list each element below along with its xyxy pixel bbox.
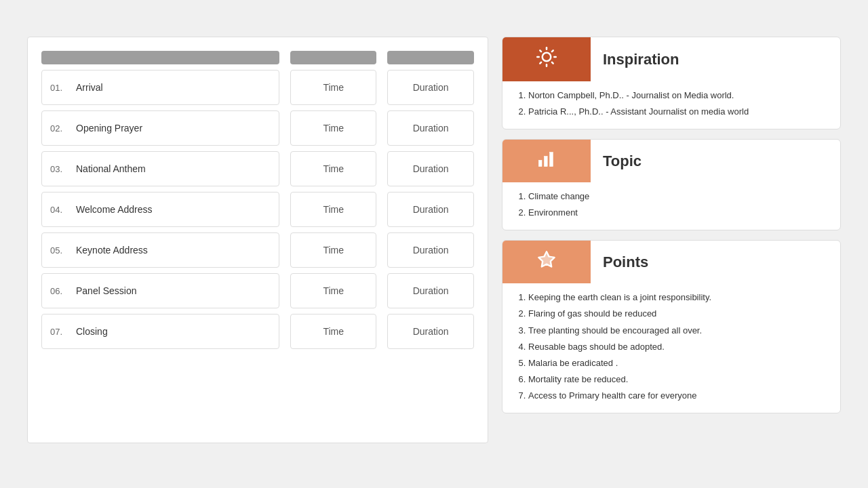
list-item: Reusable bags should be adopted. (528, 340, 828, 354)
agenda-cell: 06. Panel Session (41, 273, 279, 308)
row-item: Welcome Address (76, 204, 153, 215)
row-num: 03. (50, 164, 69, 174)
row-item: National Anthem (76, 163, 146, 174)
page: 01. Arrival Time Duration 02. Opening Pr… (0, 0, 868, 488)
time-cell: Time (290, 232, 376, 268)
table-row: 02. Opening Prayer Time Duration (41, 110, 474, 146)
list-item: Patricia R..., Ph.D.. - Assistant Journa… (528, 104, 828, 119)
svg-line-7 (540, 62, 541, 64)
row-num: 04. (50, 205, 69, 215)
agenda-cell: 02. Opening Prayer (41, 110, 279, 146)
right-panel: Inspiration Norton Campbell, Ph.D.. - Jo… (502, 37, 841, 443)
row-item: Arrival (76, 82, 103, 93)
row-num: 05. (50, 245, 69, 256)
agenda-cell: 03. National Anthem (41, 151, 279, 186)
duration-cell: Duration (387, 232, 474, 268)
card-header: Points (502, 241, 840, 283)
row-num: 06. (50, 286, 69, 296)
row-num: 07. (50, 327, 69, 337)
row-item: Closing (76, 326, 108, 337)
inspiration-icon (536, 47, 557, 72)
agenda-cell: 05. Keynote Address (41, 232, 279, 268)
table-row: 06. Panel Session Time Duration (41, 273, 474, 308)
card-title: Inspiration (591, 51, 691, 68)
time-cell: Time (290, 70, 376, 105)
list-item: Environment (528, 205, 828, 220)
duration-cell: Duration (387, 70, 474, 105)
card-points: Points Keeping the earth clean is a join… (502, 240, 841, 413)
agenda-cell: 04. Welcome Address (41, 192, 279, 227)
card-header: Topic (502, 140, 840, 182)
topic-icon (537, 149, 556, 173)
list-item: Mortality rate be reduced. (528, 372, 828, 387)
left-panel: 01. Arrival Time Duration 02. Opening Pr… (27, 37, 488, 443)
table-header-row (41, 51, 474, 64)
table-row: 05. Keynote Address Time Duration (41, 232, 474, 268)
row-num: 02. (50, 123, 69, 134)
row-item: Opening Prayer (76, 123, 142, 134)
points-icon (537, 250, 556, 274)
svg-line-3 (540, 50, 541, 52)
duration-cell: Duration (387, 110, 474, 146)
duration-cell: Duration (387, 151, 474, 186)
card-icon-box (502, 37, 591, 81)
time-cell: Time (290, 314, 376, 349)
svg-point-0 (542, 53, 551, 62)
svg-rect-11 (550, 152, 553, 167)
time-cell: Time (290, 110, 376, 146)
table-row: 01. Arrival Time Duration (41, 70, 474, 105)
row-item: Panel Session (76, 285, 137, 296)
duration-cell: Duration (387, 192, 474, 227)
svg-rect-10 (545, 157, 548, 167)
table-row: 03. National Anthem Time Duration (41, 151, 474, 186)
time-cell: Time (290, 192, 376, 227)
card-topic: Topic Climate changeEnvironment (502, 139, 841, 230)
content-area: 01. Arrival Time Duration 02. Opening Pr… (27, 37, 841, 443)
card-list: Climate changeEnvironment (515, 189, 828, 220)
card-body: Norton Campbell, Ph.D.. - Journalist on … (502, 81, 840, 129)
card-header: Inspiration (502, 37, 840, 81)
header-time (290, 51, 376, 64)
card-body: Climate changeEnvironment (502, 182, 840, 230)
list-item: Flaring of gas should be reduced (528, 306, 828, 321)
table-row: 04. Welcome Address Time Duration (41, 192, 474, 227)
list-item: Keeping the earth clean is a joint respo… (528, 290, 828, 305)
card-title: Topic (591, 152, 654, 170)
duration-cell: Duration (387, 314, 474, 349)
time-cell: Time (290, 273, 376, 308)
agenda-table: 01. Arrival Time Duration 02. Opening Pr… (41, 51, 474, 349)
card-body: Keeping the earth clean is a joint respo… (502, 283, 840, 413)
time-cell: Time (290, 151, 376, 186)
list-item: Norton Campbell, Ph.D.. - Journalist on … (528, 88, 828, 103)
card-title: Points (591, 253, 660, 271)
svg-rect-9 (538, 161, 542, 167)
header-duration (387, 51, 474, 64)
list-item: Tree planting should be encouraged all o… (528, 323, 828, 338)
list-item: Access to Primary health care for everyo… (528, 388, 828, 403)
row-item: Keynote Address (76, 245, 148, 256)
svg-line-8 (552, 50, 553, 52)
card-list: Norton Campbell, Ph.D.. - Journalist on … (515, 88, 828, 119)
header-agenda (41, 51, 279, 64)
list-item: Climate change (528, 189, 828, 204)
card-inspiration: Inspiration Norton Campbell, Ph.D.. - Jo… (502, 37, 841, 129)
agenda-cell: 01. Arrival (41, 70, 279, 105)
duration-cell: Duration (387, 273, 474, 308)
list-item: Malaria be eradicated . (528, 356, 828, 371)
card-icon-box (502, 140, 591, 182)
row-num: 01. (50, 83, 69, 93)
agenda-cell: 07. Closing (41, 314, 279, 349)
card-icon-box (502, 241, 591, 283)
table-row: 07. Closing Time Duration (41, 314, 474, 349)
card-list: Keeping the earth clean is a joint respo… (515, 290, 828, 403)
svg-line-4 (552, 62, 553, 64)
